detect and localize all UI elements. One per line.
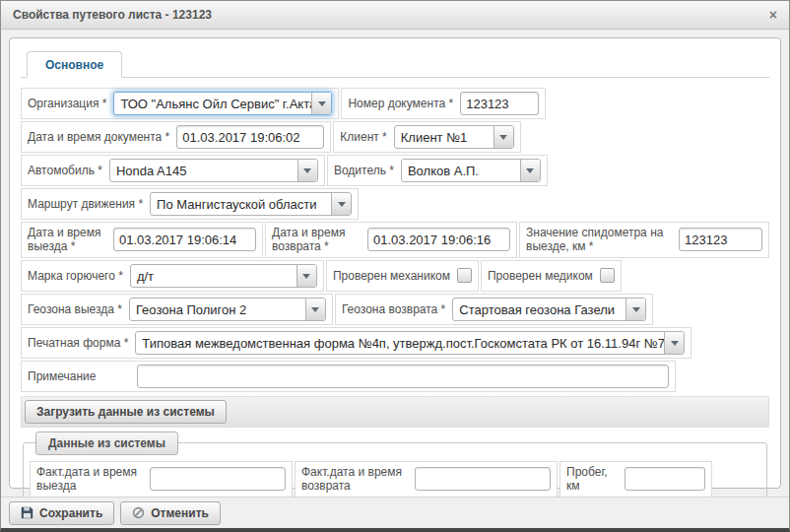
fact-departure-input[interactable] bbox=[150, 467, 286, 491]
cancel-button[interactable]: Отменить bbox=[120, 501, 221, 525]
field-route: Маршрут движения * По Мангистауской обла… bbox=[21, 188, 359, 220]
system-data-legend: Данные из системы bbox=[35, 432, 178, 455]
note-label: Примечание bbox=[28, 369, 130, 383]
document-datetime-label: Дата и время документа * bbox=[28, 130, 169, 144]
client-combobox[interactable]: Клиент №1 bbox=[394, 125, 514, 149]
odometer-departure-input[interactable] bbox=[679, 228, 762, 251]
save-icon bbox=[21, 506, 33, 519]
chevron-down-icon[interactable] bbox=[331, 193, 351, 215]
geozone-departure-value: Геозона Полигон 2 bbox=[130, 299, 305, 320]
field-note: Примечание bbox=[21, 361, 676, 392]
vehicle-value: Honda A145 bbox=[110, 160, 297, 181]
cancel-icon bbox=[132, 506, 145, 519]
organization-combobox[interactable]: ТОО "Альянс Ойл Сервис" г.Актау bbox=[113, 92, 332, 115]
field-organization: Организация * ТОО "Альянс Ойл Сервис" г.… bbox=[21, 88, 339, 119]
tab-strip: Основное bbox=[21, 46, 769, 78]
system-data-fieldset: Данные из системы Факт.дата и время выез… bbox=[23, 432, 767, 497]
odometer-departure-label: Значение спидометра на выезде, км * bbox=[526, 226, 672, 254]
geozone-departure-label: Геозона выезда * bbox=[28, 302, 122, 316]
system-data-row-1: Факт.дата и время выезда Факт.дата и вре… bbox=[30, 461, 760, 497]
departure-datetime-label: Дата и время выезда * bbox=[28, 226, 106, 254]
save-label: Сохранить bbox=[39, 506, 102, 520]
note-input[interactable] bbox=[137, 365, 669, 388]
field-client: Клиент * Клиент №1 bbox=[333, 121, 521, 153]
fuel-brand-combobox[interactable]: д/т bbox=[130, 264, 317, 288]
tab-main[interactable]: Основное bbox=[27, 51, 122, 78]
field-checked-by-medic: Проверен медиком bbox=[481, 260, 622, 292]
chevron-down-icon[interactable] bbox=[305, 299, 325, 320]
row-vehicle-driver: Автомобиль * Honda A145 Водитель * Волко… bbox=[21, 155, 769, 186]
field-fuel-brand: Марка горючего * д/т bbox=[21, 260, 324, 292]
footer-toolbar: Сохранить Отменить bbox=[1, 497, 789, 528]
print-form-value: Типовая межведомственная форма №4п, утве… bbox=[136, 332, 664, 354]
fact-return-label: Факт.дата и время возврата bbox=[301, 465, 408, 494]
checked-by-medic-label: Проверен медиком bbox=[488, 269, 593, 283]
geozone-departure-combobox[interactable]: Геозона Полигон 2 bbox=[129, 298, 326, 321]
geozone-return-label: Геозона возврата * bbox=[342, 302, 445, 316]
fact-departure-label: Факт.дата и время выезда bbox=[36, 465, 143, 494]
chevron-down-icon[interactable] bbox=[296, 265, 316, 287]
row-print-form: Печатная форма * Типовая межведомственна… bbox=[21, 327, 769, 359]
print-form-label: Печатная форма * bbox=[28, 336, 128, 350]
document-number-label: Номер документа * bbox=[348, 97, 453, 110]
fuel-brand-value: д/т bbox=[131, 265, 296, 287]
load-system-data-label: Загрузить данные из системы bbox=[36, 405, 215, 419]
field-geozone-return: Геозона возврата * Стартовая геозона Газ… bbox=[335, 294, 653, 325]
chevron-down-icon[interactable] bbox=[625, 299, 645, 320]
field-vehicle: Автомобиль * Honda A145 bbox=[21, 155, 325, 186]
field-checked-by-mechanic: Проверен механиком bbox=[326, 260, 479, 292]
client-label: Клиент * bbox=[340, 130, 387, 144]
route-combobox[interactable]: По Мангистауской области bbox=[150, 192, 352, 216]
field-print-form: Печатная форма * Типовая межведомственна… bbox=[21, 327, 691, 359]
close-icon[interactable]: × bbox=[769, 8, 777, 22]
fact-return-input[interactable] bbox=[415, 467, 551, 491]
driver-combobox[interactable]: Волков А.П. bbox=[401, 159, 541, 182]
titlebar: Свойства путевого листа - 123123 × bbox=[1, 1, 789, 30]
chevron-down-icon[interactable] bbox=[494, 126, 513, 148]
checked-by-mechanic-label: Проверен механиком bbox=[333, 269, 450, 283]
return-datetime-label: Дата и время возврата * bbox=[272, 226, 361, 254]
main-panel: Основное Организация * ТОО "Альянс Ойл С… bbox=[9, 37, 781, 489]
field-mileage: Пробег, км bbox=[560, 461, 712, 497]
row-document-datetime: Дата и время документа * Клиент * Клиент… bbox=[21, 121, 769, 153]
departure-datetime-input[interactable] bbox=[113, 228, 256, 251]
geozone-return-value: Стартовая геозона Газели bbox=[453, 299, 625, 320]
field-document-number: Номер документа * bbox=[341, 88, 546, 119]
fuel-brand-label: Марка горючего * bbox=[28, 269, 123, 283]
driver-value: Волков А.П. bbox=[402, 160, 520, 181]
chevron-down-icon[interactable] bbox=[297, 160, 317, 181]
field-departure-datetime: Дата и время выезда * bbox=[21, 222, 263, 258]
save-button[interactable]: Сохранить bbox=[9, 501, 114, 525]
route-value: По Мангистауской области bbox=[151, 193, 331, 215]
organization-label: Организация * bbox=[28, 97, 106, 110]
field-document-datetime: Дата и время документа * bbox=[21, 121, 331, 153]
window-title: Свойства путевого листа - 123123 bbox=[13, 8, 212, 22]
field-fact-departure: Факт.дата и время выезда bbox=[30, 461, 293, 497]
dialog-body: Основное Организация * ТОО "Альянс Ойл С… bbox=[1, 30, 789, 497]
field-return-datetime: Дата и время возврата * bbox=[265, 222, 517, 258]
document-datetime-input[interactable] bbox=[176, 125, 324, 149]
chevron-down-icon[interactable] bbox=[311, 93, 331, 114]
geozone-return-combobox[interactable]: Стартовая геозона Газели bbox=[452, 298, 646, 321]
medic-checkbox[interactable] bbox=[600, 268, 615, 283]
driver-label: Водитель * bbox=[334, 164, 394, 177]
field-odometer-departure: Значение спидометра на выезде, км * bbox=[519, 222, 769, 258]
vehicle-combobox[interactable]: Honda A145 bbox=[109, 159, 318, 182]
document-number-input[interactable] bbox=[460, 92, 539, 115]
field-driver: Водитель * Волков А.П. bbox=[327, 155, 548, 186]
chevron-down-icon[interactable] bbox=[664, 332, 684, 354]
chevron-down-icon[interactable] bbox=[520, 160, 540, 181]
row-route: Маршрут движения * По Мангистауской обла… bbox=[21, 188, 769, 220]
return-datetime-input[interactable] bbox=[367, 228, 510, 251]
mechanic-checkbox[interactable] bbox=[457, 268, 472, 283]
print-form-combobox[interactable]: Типовая межведомственная форма №4п, утве… bbox=[135, 331, 685, 355]
waybill-properties-dialog: Свойства путевого листа - 123123 × Основ… bbox=[0, 0, 790, 532]
mileage-input[interactable] bbox=[625, 467, 705, 491]
field-fact-return: Факт.дата и время возврата bbox=[295, 461, 558, 497]
client-value: Клиент №1 bbox=[395, 126, 494, 148]
vehicle-label: Автомобиль * bbox=[28, 164, 102, 177]
row-geozones: Геозона выезда * Геозона Полигон 2 Геозо… bbox=[21, 294, 769, 325]
load-system-data-button[interactable]: Загрузить данные из системы bbox=[25, 400, 227, 424]
field-geozone-departure: Геозона выезда * Геозона Полигон 2 bbox=[21, 294, 333, 325]
organization-value: ТОО "Альянс Ойл Сервис" г.Актау bbox=[114, 93, 311, 114]
